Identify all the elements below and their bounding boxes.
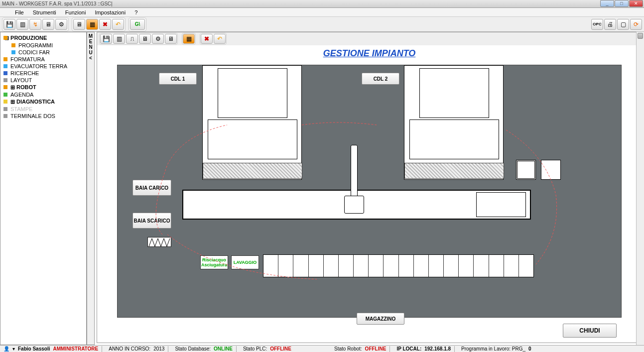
inner-group-2: ▦ xyxy=(182,33,196,45)
inner-tool-icon[interactable]: ⎍ xyxy=(126,34,138,44)
status-ip-label: IP LOCAL: xyxy=(395,346,423,352)
carriage xyxy=(476,192,526,217)
maximize-button[interactable]: □ xyxy=(615,0,629,7)
tree-stampe: STAMPE xyxy=(1,106,85,113)
status-ip: 192.168.1.8 xyxy=(423,346,452,352)
aux-box-1b xyxy=(517,161,535,179)
chiudi-button[interactable]: CHIUDI xyxy=(563,324,617,338)
status-user-marker: ▾ xyxy=(11,346,16,352)
inner-gears-icon[interactable]: ⚙ xyxy=(152,34,164,44)
status-prg-label: Programma in Lavoro: PRG_ xyxy=(460,346,527,352)
inner-undo-icon[interactable]: ↶ xyxy=(214,34,226,44)
delete-icon[interactable]: ✖ xyxy=(99,19,111,30)
orange-box-icon[interactable]: ▦ xyxy=(86,19,98,30)
robot-base xyxy=(344,196,364,214)
waveform-icon xyxy=(147,237,171,247)
screen-icon[interactable]: 🖥 xyxy=(73,19,85,30)
toolbar-group-3: G\ xyxy=(129,17,146,31)
tree-codici[interactable]: CODICI FAR xyxy=(1,49,85,56)
inner-orange-icon[interactable]: ▦ xyxy=(183,34,195,44)
magazzino-button[interactable]: MAGAZZINO xyxy=(357,313,404,325)
risciacquo-box[interactable]: Risciacquo Asciugatura xyxy=(200,255,228,269)
minimize-button[interactable]: _ xyxy=(600,0,614,7)
toolbar-group-1: 💾 ▥ ↯ 🖥 ⚙ xyxy=(2,17,69,31)
close-window-button[interactable]: ✕ xyxy=(629,0,643,7)
save-icon[interactable]: 💾 xyxy=(3,19,15,30)
tree-formatura[interactable]: FORMATURA xyxy=(1,56,85,63)
refresh-icon[interactable]: ⟳ xyxy=(630,19,642,30)
menu-strumenti[interactable]: Strumenti xyxy=(29,8,60,16)
window-title: MAIN - WORKGEST F.A.R. spa V1.1/2013 ::G… xyxy=(2,1,113,6)
page-title: GESTIONE IMPIANTO xyxy=(97,45,642,62)
status-anno-label: ANNO IN CORSO: xyxy=(107,346,152,352)
status-robot: OFFLINE xyxy=(364,346,388,352)
window-icon[interactable]: ▢ xyxy=(617,19,629,30)
lavaggio-box[interactable]: LAVAGGIO xyxy=(231,255,259,269)
robot-icon[interactable]: ↯ xyxy=(29,19,41,30)
tree-robot[interactable]: ⊞ ROBOT xyxy=(1,84,85,91)
tree-diagnostica[interactable]: ⊞ DIAGNOSTICA xyxy=(1,98,85,106)
logo-icon[interactable]: G\ xyxy=(130,19,145,30)
status-role: AMMINISTRATORE xyxy=(51,346,100,352)
inner-delete-icon[interactable]: ✖ xyxy=(201,34,213,44)
plant-layout-mimic: CDL 1 CDL 2 BAIA CARICO xyxy=(117,65,622,318)
inner-group-1: 💾 ▥ ⎍ 🖥 ⚙ 🖥 xyxy=(99,33,178,45)
machine-cdl1 xyxy=(202,65,302,180)
status-db: ONLINE xyxy=(212,346,234,352)
cdl2-button[interactable]: CDL 2 xyxy=(362,73,399,85)
window-buttons: _ □ ✕ xyxy=(600,0,643,7)
status-bar: 👤 ▾ Fabio Sassoli AMMINISTRATORE ANNO IN… xyxy=(0,345,644,352)
vertical-scrollbar[interactable] xyxy=(636,32,644,345)
cdl1-button[interactable]: CDL 1 xyxy=(159,73,197,85)
mimic-frame: 💾 ▥ ⎍ 🖥 ⚙ 🖥 ▦ ✖ ↶ GESTIONE IMPIANTO xyxy=(97,32,642,343)
status-robot-label: Stato Robot: xyxy=(333,346,364,352)
machine-cdl2 xyxy=(404,65,504,180)
menu-collapse-button[interactable]: MENU< xyxy=(87,32,95,345)
inner-save-icon[interactable]: 💾 xyxy=(100,34,112,44)
status-user: Fabio Sassoli xyxy=(16,346,51,352)
menu-help[interactable]: ? xyxy=(130,8,141,16)
baia-scarico-button[interactable]: BAIA SCARICO xyxy=(132,213,171,229)
menu-file[interactable]: File xyxy=(11,8,28,16)
print-icon[interactable]: 🖨 xyxy=(604,19,616,30)
status-plc: OFFLINE xyxy=(268,346,293,352)
user-icon: 👤 xyxy=(2,346,11,352)
menu-impostazioni[interactable]: Impostazioni xyxy=(91,8,129,16)
monitor-icon[interactable]: 🖥 xyxy=(42,19,54,30)
gears-icon[interactable]: ⚙ xyxy=(55,19,67,30)
inner-group-3: ✖ ↶ xyxy=(200,33,227,45)
machine-icon[interactable]: ▥ xyxy=(16,19,28,30)
status-db-label: Stato Database: xyxy=(173,346,212,352)
status-prg: 0 xyxy=(527,346,533,352)
toolbar-right: OPC 🖨 ▢ ⟳ xyxy=(591,19,642,30)
tree-programmi[interactable]: PROGRAMMI xyxy=(1,42,85,49)
status-plc-label: Stato PLC: xyxy=(242,346,268,352)
tree-produzione[interactable]: ⊟ PRODUZIONE xyxy=(1,34,85,42)
inner-monitor-icon[interactable]: 🖥 xyxy=(139,34,151,44)
menu-bar: File Strumenti Funzioni Impostazioni ? xyxy=(0,8,644,17)
scrollbar-thumb[interactable] xyxy=(638,33,643,39)
main-toolbar: 💾 ▥ ↯ 🖥 ⚙ 🖥 ▦ ✖ ↶ G\ OPC 🖨 ▢ ⟳ xyxy=(0,17,644,32)
tree-terminale[interactable]: TERMINALE DOS xyxy=(1,113,85,119)
status-anno: 2013 xyxy=(152,346,166,352)
navigation-tree: ⊟ PRODUZIONE PROGRAMMI CODICI FAR FORMAT… xyxy=(0,32,87,345)
tree-evacuatore[interactable]: EVACUATORE TERRA xyxy=(1,63,85,70)
inner-screen2-icon[interactable]: 🖥 xyxy=(165,34,177,44)
inner-toolbar: 💾 ▥ ⎍ 🖥 ⚙ 🖥 ▦ ✖ ↶ xyxy=(97,32,642,45)
content-area: 💾 ▥ ⎍ 🖥 ⚙ 🖥 ▦ ✖ ↶ GESTIONE IMPIANTO xyxy=(95,32,644,345)
tree-layout[interactable]: LAYOUT xyxy=(1,77,85,84)
tree-ricerche[interactable]: RICERCHE xyxy=(1,70,85,77)
tree-agenda[interactable]: AGENDA xyxy=(1,91,85,98)
toolbar-group-2: 🖥 ▦ ✖ ↶ xyxy=(72,17,126,31)
titlebar: MAIN - WORKGEST F.A.R. spa V1.1/2013 ::G… xyxy=(0,0,644,8)
magazzino-rack xyxy=(263,254,534,277)
inner-machine-icon[interactable]: ▥ xyxy=(113,34,125,44)
aux-box-2 xyxy=(541,160,561,180)
baia-carico-button[interactable]: BAIA CARICO xyxy=(132,180,171,196)
undo-icon[interactable]: ↶ xyxy=(112,19,124,30)
opc-icon[interactable]: OPC xyxy=(591,19,603,30)
menu-funzioni[interactable]: Funzioni xyxy=(61,8,90,16)
